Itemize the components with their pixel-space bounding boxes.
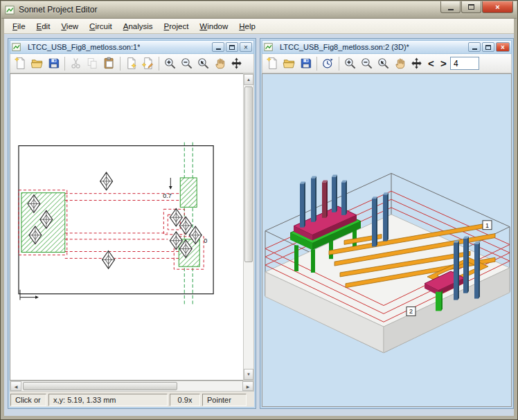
menu-circuit[interactable]: Circuit — [84, 20, 118, 33]
new-icon[interactable] — [265, 56, 280, 71]
menu-project[interactable]: Project — [159, 20, 195, 33]
3d-canvas[interactable]: 1 2 — [262, 73, 512, 407]
toolbar-separator — [120, 57, 120, 71]
2d-horizontal-scrollbar[interactable]: ◀ ▶ — [10, 381, 254, 392]
2d-canvas[interactable]: 0.7 0 — [10, 73, 243, 381]
port-1-label: 1 — [485, 222, 489, 229]
add-metalization-icon[interactable] — [140, 56, 156, 71]
status-active-tool: Pointer — [202, 394, 247, 406]
3d-drawing: 1 2 — [262, 74, 511, 406]
move-icon[interactable] — [229, 56, 244, 71]
3d-minimize-button[interactable] — [468, 42, 481, 52]
2d-vscroll-thumb[interactable] — [244, 86, 253, 262]
2d-titlebar[interactable]: LTCC_USB_Fig8_metloss.son:1* × — [10, 40, 254, 54]
zero-label: 0 — [204, 237, 207, 244]
zoom-area-icon[interactable] — [375, 56, 391, 71]
open-icon[interactable] — [29, 56, 45, 71]
scroll-left-icon[interactable]: ◀ — [10, 381, 21, 391]
document-icon — [264, 42, 274, 52]
save-icon[interactable] — [298, 56, 314, 71]
2d-hscroll-thumb[interactable] — [23, 382, 177, 390]
3d-maximize-button[interactable] — [482, 42, 494, 52]
scroll-down-icon[interactable]: ▼ — [244, 369, 253, 380]
2d-minimize-button[interactable] — [212, 42, 224, 52]
zoom-in-icon[interactable] — [162, 56, 178, 71]
cut-icon[interactable] — [68, 56, 84, 71]
move-icon[interactable] — [409, 56, 425, 71]
close-button[interactable]: × — [482, 1, 513, 13]
window-3d-view: LTCC_USB_Fig8_metloss.son:2 (3D)* × — [260, 38, 514, 409]
minimize-button[interactable] — [440, 1, 461, 13]
window-title: Sonnet Project Editor — [19, 5, 97, 15]
document-icon — [12, 42, 21, 52]
app-icon — [5, 5, 15, 15]
titlebar[interactable]: Sonnet Project Editor × — [1, 1, 517, 19]
paste-icon[interactable] — [101, 56, 117, 71]
app-window: Sonnet Project Editor × File Edit View C… — [0, 0, 518, 420]
open-icon[interactable] — [281, 56, 297, 71]
window-2d-editor: LTCC_USB_Fig8_metloss.son:1* × — [8, 38, 256, 409]
scroll-right-icon[interactable]: ▶ — [242, 381, 253, 391]
status-zoom-level: 0.9x — [170, 394, 200, 406]
3d-window-controls: × — [468, 42, 510, 52]
3d-toolbar: < > — [262, 54, 512, 73]
toolbar-separator — [64, 57, 65, 71]
prev-level-button[interactable]: < — [425, 57, 437, 71]
add-component-icon[interactable] — [123, 56, 139, 71]
menu-help[interactable]: Help — [233, 20, 261, 33]
zoom-in-icon[interactable] — [342, 56, 358, 71]
3d-window-title: LTCC_USB_Fig8_metloss.son:2 (3D)* — [280, 43, 409, 51]
menu-view[interactable]: View — [55, 20, 84, 33]
3d-close-button[interactable]: × — [496, 42, 510, 52]
2d-drawing: 0.7 0 — [10, 74, 243, 380]
2d-maximize-button[interactable] — [226, 42, 238, 52]
toolbar-separator — [316, 57, 317, 71]
next-level-button[interactable]: > — [438, 57, 449, 71]
new-icon[interactable] — [12, 56, 28, 71]
menu-analysis[interactable]: Analysis — [118, 20, 159, 33]
zoom-area-icon[interactable] — [195, 56, 211, 71]
2d-toolbar — [10, 54, 254, 73]
toolbar-separator — [339, 57, 339, 71]
toolbar-separator — [159, 57, 159, 71]
2d-vertical-scrollbar[interactable]: ▲ ▼ — [243, 73, 254, 381]
dimension-label: 0.7 — [163, 192, 171, 199]
menu-edit[interactable]: Edit — [31, 20, 56, 33]
save-icon[interactable] — [46, 56, 62, 71]
menubar: File Edit View Circuit Analysis Project … — [4, 19, 514, 34]
3d-titlebar[interactable]: LTCC_USB_Fig8_metloss.son:2 (3D)* × — [262, 40, 512, 54]
rotate-view-icon[interactable] — [320, 56, 336, 71]
pan-icon[interactable] — [392, 56, 408, 71]
zoom-out-icon[interactable] — [359, 56, 375, 71]
menu-window[interactable]: Window — [194, 20, 233, 33]
2d-close-button[interactable]: × — [240, 42, 252, 52]
2d-window-controls: × — [212, 42, 252, 52]
2d-statusbar: Click or x,y: 5.19, 1.33 mm 0.9x Pointer — [10, 392, 254, 407]
mdi-client-area: LTCC_USB_Fig8_metloss.son:1* × — [4, 34, 514, 416]
copy-icon[interactable] — [84, 56, 100, 71]
menu-file[interactable]: File — [7, 20, 31, 33]
scroll-up-icon[interactable]: ▲ — [244, 74, 253, 85]
zoom-out-icon[interactable] — [179, 56, 195, 71]
window-controls: × — [440, 1, 513, 13]
port-2-label: 2 — [409, 308, 413, 315]
2d-hscroll-track[interactable] — [21, 381, 242, 391]
pan-icon[interactable] — [212, 56, 228, 71]
status-coordinates: x,y: 5.19, 1.33 mm — [48, 394, 168, 406]
status-hint: Click or — [10, 394, 46, 406]
2d-vscroll-track[interactable] — [244, 85, 253, 369]
level-input[interactable] — [450, 57, 479, 70]
2d-window-title: LTCC_USB_Fig8_metloss.son:1* — [28, 43, 140, 51]
maximize-button[interactable] — [461, 1, 481, 13]
